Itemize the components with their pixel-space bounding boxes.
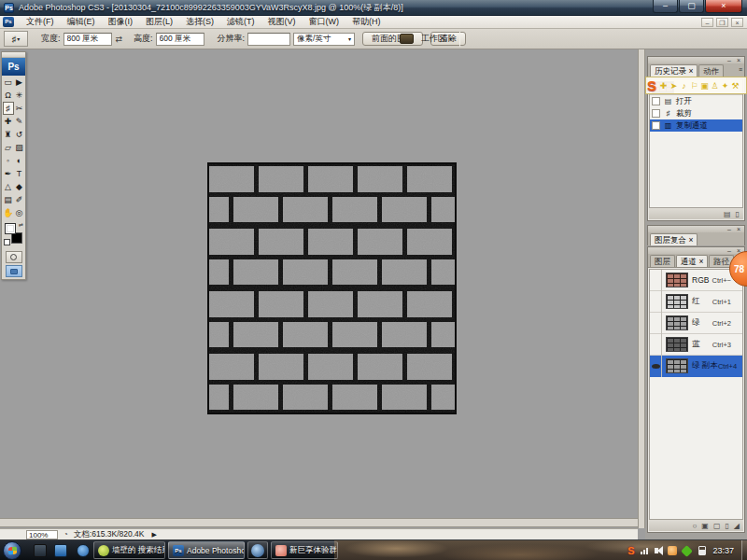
annotate-plus-icon[interactable]: ✚: [658, 81, 669, 91]
height-input[interactable]: [156, 33, 204, 46]
notes-tool[interactable]: ▤: [3, 193, 14, 206]
delete-state-icon[interactable]: ▯: [736, 210, 740, 218]
vertical-scrollbar[interactable]: [638, 49, 645, 528]
history-state-duplicate-channel[interactable]: ▥ 复制通道: [650, 119, 742, 132]
channel-row-red[interactable]: 红 Ctrl+1: [650, 291, 742, 313]
music-icon[interactable]: ♪: [679, 81, 689, 91]
battery-icon[interactable]: [698, 546, 706, 555]
taskbar-pinned-icon-3[interactable]: [77, 544, 90, 557]
foreground-color-swatch[interactable]: [5, 223, 16, 234]
panel-minimize-close[interactable]: – ×: [727, 57, 742, 63]
screenshot-tool-logo[interactable]: S: [647, 78, 656, 92]
resolution-unit-select[interactable]: 像素/英寸 ▾: [293, 33, 355, 46]
zoom-level-field[interactable]: 100%: [26, 530, 58, 539]
history-state-open[interactable]: ▤ 打开: [650, 95, 742, 107]
visibility-toggle[interactable]: [650, 356, 662, 377]
gradient-tool[interactable]: ▨: [14, 141, 25, 154]
width-input[interactable]: [63, 33, 112, 46]
menu-file[interactable]: 文件(F): [20, 16, 61, 28]
bridge-icon[interactable]: [400, 34, 414, 44]
tray-app-icon-2[interactable]: [682, 545, 694, 557]
piece-icon[interactable]: ♙: [710, 81, 720, 91]
status-expand-icon[interactable]: ▶: [151, 531, 156, 539]
swap-dimensions-icon[interactable]: ⇄: [116, 35, 123, 44]
history-source-checkbox[interactable]: [652, 109, 660, 118]
tab-actions[interactable]: 动作: [698, 64, 724, 77]
doc-close-button[interactable]: ×: [731, 18, 743, 27]
current-tool-button[interactable]: ♯ ▾: [4, 31, 28, 47]
flag-icon[interactable]: ⚐: [689, 81, 699, 91]
tab-history[interactable]: 历史记录 ×: [650, 64, 698, 77]
panel-minimize-close[interactable]: – ×: [727, 226, 742, 232]
taskbar-pinned-icon-1[interactable]: [34, 544, 47, 557]
path-selection-tool[interactable]: △: [3, 180, 14, 193]
clone-stamp-tool[interactable]: ♜: [3, 128, 14, 141]
maximize-button[interactable]: ▢: [679, 0, 704, 13]
rectangular-marquee-tool[interactable]: ▭: [3, 76, 14, 89]
visibility-toggle[interactable]: [650, 291, 662, 313]
delete-channel-icon[interactable]: ▯: [725, 522, 728, 530]
board-icon[interactable]: ▣: [699, 81, 710, 91]
document-image[interactable]: [207, 162, 457, 414]
menu-help[interactable]: 帮助(H): [345, 16, 388, 28]
eraser-tool[interactable]: ▱: [3, 141, 14, 154]
doc-minimize-button[interactable]: –: [701, 18, 713, 27]
menu-window[interactable]: 窗口(W): [303, 16, 346, 28]
load-selection-icon[interactable]: ○: [692, 522, 697, 530]
magic-wand-tool[interactable]: ✳: [14, 89, 25, 102]
doc-restore-button[interactable]: ❐: [716, 18, 728, 27]
menu-select[interactable]: 选择(S): [179, 16, 220, 28]
taskbar-button-player[interactable]: [247, 541, 268, 559]
taskbar-button-photoshop[interactable]: Ps Adobe Photoshop ...: [168, 541, 245, 559]
tab-layer-comps[interactable]: 图层复合 ×: [650, 233, 698, 245]
swap-colors-icon[interactable]: ⇄: [19, 221, 23, 228]
arrow-icon[interactable]: ➤: [669, 81, 679, 91]
history-state-crop[interactable]: ♯ 裁剪: [650, 107, 742, 119]
close-button[interactable]: ×: [705, 0, 742, 13]
channel-row-rgb[interactable]: RGB Ctrl+~: [650, 270, 742, 291]
blur-tool[interactable]: ◦: [3, 154, 14, 167]
screen-mode-button[interactable]: [6, 265, 22, 277]
move-tool[interactable]: ▶: [14, 76, 25, 89]
eyedropper-tool[interactable]: ✐: [14, 193, 25, 206]
start-button[interactable]: [3, 541, 21, 560]
volume-icon[interactable]: [655, 548, 658, 553]
lasso-tool[interactable]: Ω: [3, 89, 14, 102]
default-colors-icon[interactable]: [4, 239, 10, 245]
menu-edit[interactable]: 编辑(E): [61, 16, 102, 28]
tools-icon[interactable]: ⚒: [730, 81, 740, 91]
horizontal-scrollbar[interactable]: [0, 518, 638, 527]
resolution-input[interactable]: [247, 33, 290, 46]
new-channel-icon[interactable]: ▢: [713, 522, 721, 530]
brush-tool[interactable]: ✎: [14, 115, 25, 128]
menu-image[interactable]: 图像(I): [102, 16, 140, 28]
type-tool[interactable]: T: [14, 167, 25, 180]
panel-menu-icon[interactable]: ≡: [739, 66, 742, 73]
resize-grip-icon[interactable]: ◢: [734, 522, 740, 530]
tab-channels[interactable]: 通道 ×: [676, 255, 708, 267]
dodge-tool[interactable]: ◐: [14, 154, 25, 167]
menu-view[interactable]: 视图(V): [261, 16, 303, 28]
menu-filter[interactable]: 滤镜(T): [220, 16, 261, 28]
visibility-toggle[interactable]: [650, 270, 662, 291]
history-brush-tool[interactable]: ↺: [14, 128, 25, 141]
network-signal-icon[interactable]: [641, 548, 648, 554]
crop-tool[interactable]: ♯: [3, 102, 14, 115]
history-source-checkbox[interactable]: [652, 121, 660, 130]
taskbar-button-chat[interactable]: 新巨享体验群等3个...: [271, 541, 338, 559]
visibility-toggle[interactable]: [650, 334, 662, 356]
tab-layers[interactable]: 图层: [650, 255, 675, 267]
new-snapshot-icon[interactable]: ▤: [724, 210, 731, 218]
healing-brush-tool[interactable]: ✚: [3, 115, 14, 128]
quick-mask-button[interactable]: [6, 251, 22, 263]
shape-tool[interactable]: ◆: [14, 180, 25, 193]
history-source-checkbox[interactable]: [652, 97, 660, 105]
show-desktop-button[interactable]: [741, 540, 747, 560]
pen-tool[interactable]: ✒: [3, 167, 14, 180]
zoom-tool[interactable]: ◎: [14, 206, 25, 219]
tray-s-icon[interactable]: S: [627, 545, 634, 556]
workspace-button[interactable]: 工作区 ▾: [421, 33, 452, 45]
slice-tool[interactable]: ✂: [14, 102, 25, 115]
star-icon[interactable]: ✦: [720, 81, 730, 91]
taskbar-button-browser[interactable]: 墙壁的 搜索结果_36...: [93, 541, 165, 559]
